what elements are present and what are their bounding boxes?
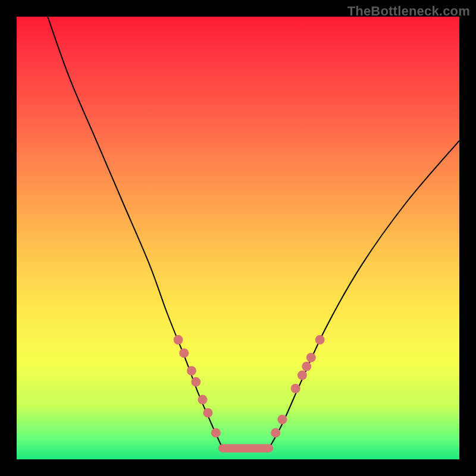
chart-frame: TheBottleneck.com xyxy=(0,0,476,476)
marker-dot xyxy=(187,366,196,375)
marker-dot xyxy=(298,371,307,380)
marker-dot xyxy=(211,428,221,437)
marker-dot xyxy=(291,384,300,393)
watermark-label: TheBottleneck.com xyxy=(347,4,470,19)
marker-dot xyxy=(306,353,316,362)
marker-dot xyxy=(277,415,287,424)
marker-dot xyxy=(271,428,280,437)
marker-dot xyxy=(174,335,183,345)
curve-svg xyxy=(17,17,459,459)
marker-dot xyxy=(302,362,311,371)
marker-dot xyxy=(203,408,212,418)
marker-dot xyxy=(179,348,189,358)
marker-dot xyxy=(191,377,201,387)
marker-dot xyxy=(315,335,325,345)
marker-dot xyxy=(198,395,208,405)
curve-right xyxy=(269,140,459,448)
plot-area xyxy=(17,17,459,459)
